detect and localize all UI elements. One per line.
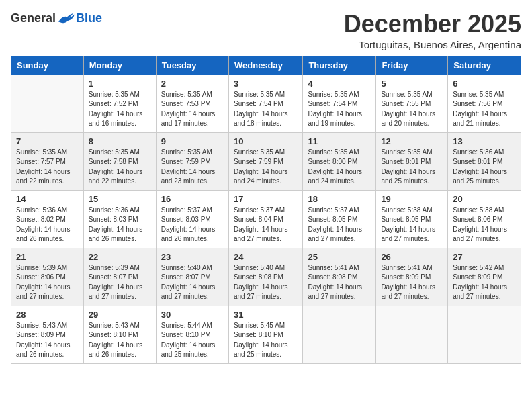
calendar-week-row: 28Sunrise: 5:43 AMSunset: 8:09 PMDayligh… — [11, 306, 521, 363]
day-detail: Sunrise: 5:35 AMSunset: 7:55 PMDaylight:… — [381, 90, 443, 129]
day-detail: Sunrise: 5:36 AMSunset: 8:02 PMDaylight:… — [16, 205, 79, 244]
calendar-table: SundayMondayTuesdayWednesdayThursdayFrid… — [11, 56, 521, 364]
day-number: 25 — [308, 252, 371, 262]
calendar-cell: 4Sunrise: 5:35 AMSunset: 7:54 PMDaylight… — [303, 75, 376, 132]
day-number: 17 — [234, 194, 298, 204]
day-detail: Sunrise: 5:44 AMSunset: 8:10 PMDaylight:… — [161, 321, 224, 360]
calendar-cell: 10Sunrise: 5:35 AMSunset: 7:59 PMDayligh… — [228, 132, 302, 190]
day-detail: Sunrise: 5:35 AMSunset: 7:58 PMDaylight:… — [89, 148, 151, 187]
day-number: 12 — [381, 136, 443, 146]
day-detail: Sunrise: 5:35 AMSunset: 7:57 PMDaylight:… — [16, 148, 79, 187]
column-header-monday: Monday — [83, 56, 156, 75]
column-header-friday: Friday — [376, 56, 448, 75]
day-number: 3 — [234, 79, 298, 89]
title-block: December 2025 Tortuguitas, Buenos Aires,… — [344, 11, 521, 50]
calendar-cell: 19Sunrise: 5:38 AMSunset: 8:05 PMDayligh… — [376, 190, 448, 248]
calendar-cell: 23Sunrise: 5:40 AMSunset: 8:07 PMDayligh… — [156, 248, 228, 306]
day-detail: Sunrise: 5:41 AMSunset: 8:09 PMDaylight:… — [381, 263, 443, 302]
calendar-week-row: 1Sunrise: 5:35 AMSunset: 7:52 PMDaylight… — [11, 75, 521, 132]
calendar-cell: 31Sunrise: 5:45 AMSunset: 8:10 PMDayligh… — [228, 306, 302, 363]
day-number: 5 — [381, 79, 443, 89]
day-detail: Sunrise: 5:35 AMSunset: 7:59 PMDaylight:… — [234, 148, 298, 187]
day-number: 11 — [308, 136, 371, 146]
calendar-cell: 14Sunrise: 5:36 AMSunset: 8:02 PMDayligh… — [11, 190, 84, 248]
day-detail: Sunrise: 5:39 AMSunset: 8:07 PMDaylight:… — [89, 263, 151, 302]
day-detail: Sunrise: 5:43 AMSunset: 8:09 PMDaylight:… — [16, 321, 79, 360]
calendar-cell: 6Sunrise: 5:35 AMSunset: 7:56 PMDaylight… — [448, 75, 521, 132]
calendar-week-row: 7Sunrise: 5:35 AMSunset: 7:57 PMDaylight… — [11, 132, 521, 190]
calendar-cell: 28Sunrise: 5:43 AMSunset: 8:09 PMDayligh… — [11, 306, 84, 363]
calendar-cell: 9Sunrise: 5:35 AMSunset: 7:59 PMDaylight… — [156, 132, 228, 190]
day-detail: Sunrise: 5:42 AMSunset: 8:09 PMDaylight:… — [453, 263, 516, 302]
calendar-cell: 7Sunrise: 5:35 AMSunset: 7:57 PMDaylight… — [11, 132, 84, 190]
calendar-week-row: 14Sunrise: 5:36 AMSunset: 8:02 PMDayligh… — [11, 190, 521, 248]
day-number: 8 — [89, 136, 151, 146]
calendar-header-row: SundayMondayTuesdayWednesdayThursdayFrid… — [11, 56, 521, 75]
day-detail: Sunrise: 5:35 AMSunset: 7:59 PMDaylight:… — [161, 148, 224, 187]
day-number: 9 — [161, 136, 224, 146]
calendar-cell — [303, 306, 376, 363]
day-number: 20 — [453, 194, 516, 204]
location-text: Tortuguitas, Buenos Aires, Argentina — [344, 39, 521, 50]
day-number: 4 — [308, 79, 371, 89]
calendar-cell: 3Sunrise: 5:35 AMSunset: 7:54 PMDaylight… — [228, 75, 302, 132]
calendar-cell: 17Sunrise: 5:37 AMSunset: 8:04 PMDayligh… — [228, 190, 302, 248]
column-header-wednesday: Wednesday — [228, 56, 302, 75]
day-number: 13 — [453, 136, 516, 146]
day-number: 7 — [16, 136, 79, 146]
day-detail: Sunrise: 5:36 AMSunset: 8:03 PMDaylight:… — [89, 205, 151, 244]
day-number: 1 — [89, 79, 151, 89]
logo-blue-text: Blue — [76, 11, 102, 26]
calendar-cell: 13Sunrise: 5:36 AMSunset: 8:01 PMDayligh… — [448, 132, 521, 190]
day-detail: Sunrise: 5:35 AMSunset: 7:54 PMDaylight:… — [234, 90, 298, 129]
column-header-saturday: Saturday — [448, 56, 521, 75]
logo-bird-icon — [57, 11, 76, 26]
calendar-cell: 25Sunrise: 5:41 AMSunset: 8:08 PMDayligh… — [303, 248, 376, 306]
column-header-thursday: Thursday — [303, 56, 376, 75]
calendar-cell: 8Sunrise: 5:35 AMSunset: 7:58 PMDaylight… — [83, 132, 156, 190]
calendar-cell: 1Sunrise: 5:35 AMSunset: 7:52 PMDaylight… — [83, 75, 156, 132]
day-detail: Sunrise: 5:39 AMSunset: 8:06 PMDaylight:… — [16, 263, 79, 302]
calendar-cell: 12Sunrise: 5:35 AMSunset: 8:01 PMDayligh… — [376, 132, 448, 190]
calendar-cell: 15Sunrise: 5:36 AMSunset: 8:03 PMDayligh… — [83, 190, 156, 248]
day-number: 28 — [16, 310, 79, 320]
day-number: 23 — [161, 252, 224, 262]
calendar-cell — [376, 306, 448, 363]
day-detail: Sunrise: 5:35 AMSunset: 7:56 PMDaylight:… — [453, 90, 516, 129]
day-number: 22 — [89, 252, 151, 262]
month-title: December 2025 — [344, 11, 521, 38]
calendar-cell: 5Sunrise: 5:35 AMSunset: 7:55 PMDaylight… — [376, 75, 448, 132]
day-number: 10 — [234, 136, 298, 146]
calendar-cell: 20Sunrise: 5:38 AMSunset: 8:06 PMDayligh… — [448, 190, 521, 248]
column-header-tuesday: Tuesday — [156, 56, 228, 75]
day-detail: Sunrise: 5:35 AMSunset: 8:00 PMDaylight:… — [308, 148, 371, 187]
day-number: 30 — [161, 310, 224, 320]
day-number: 26 — [381, 252, 443, 262]
day-detail: Sunrise: 5:38 AMSunset: 8:05 PMDaylight:… — [381, 205, 443, 244]
day-detail: Sunrise: 5:35 AMSunset: 7:52 PMDaylight:… — [89, 90, 151, 129]
day-number: 24 — [234, 252, 298, 262]
logo: General Blue — [11, 11, 102, 26]
day-number: 6 — [453, 79, 516, 89]
day-number: 29 — [89, 310, 151, 320]
day-number: 14 — [16, 194, 79, 204]
calendar-cell: 2Sunrise: 5:35 AMSunset: 7:53 PMDaylight… — [156, 75, 228, 132]
day-detail: Sunrise: 5:37 AMSunset: 8:04 PMDaylight:… — [234, 205, 298, 244]
day-number: 31 — [234, 310, 298, 320]
logo-general-text: General — [11, 11, 56, 26]
day-number: 21 — [16, 252, 79, 262]
day-detail: Sunrise: 5:37 AMSunset: 8:03 PMDaylight:… — [161, 205, 224, 244]
day-detail: Sunrise: 5:38 AMSunset: 8:06 PMDaylight:… — [453, 205, 516, 244]
page-header: General Blue December 2025 Tortuguitas, … — [11, 11, 521, 50]
day-detail: Sunrise: 5:35 AMSunset: 8:01 PMDaylight:… — [381, 148, 443, 187]
calendar-cell: 29Sunrise: 5:43 AMSunset: 8:10 PMDayligh… — [83, 306, 156, 363]
calendar-week-row: 21Sunrise: 5:39 AMSunset: 8:06 PMDayligh… — [11, 248, 521, 306]
day-detail: Sunrise: 5:41 AMSunset: 8:08 PMDaylight:… — [308, 263, 371, 302]
day-number: 19 — [381, 194, 443, 204]
calendar-cell: 16Sunrise: 5:37 AMSunset: 8:03 PMDayligh… — [156, 190, 228, 248]
day-number: 18 — [308, 194, 371, 204]
day-detail: Sunrise: 5:45 AMSunset: 8:10 PMDaylight:… — [234, 321, 298, 360]
day-number: 27 — [453, 252, 516, 262]
calendar-cell — [11, 75, 84, 132]
calendar-cell: 26Sunrise: 5:41 AMSunset: 8:09 PMDayligh… — [376, 248, 448, 306]
